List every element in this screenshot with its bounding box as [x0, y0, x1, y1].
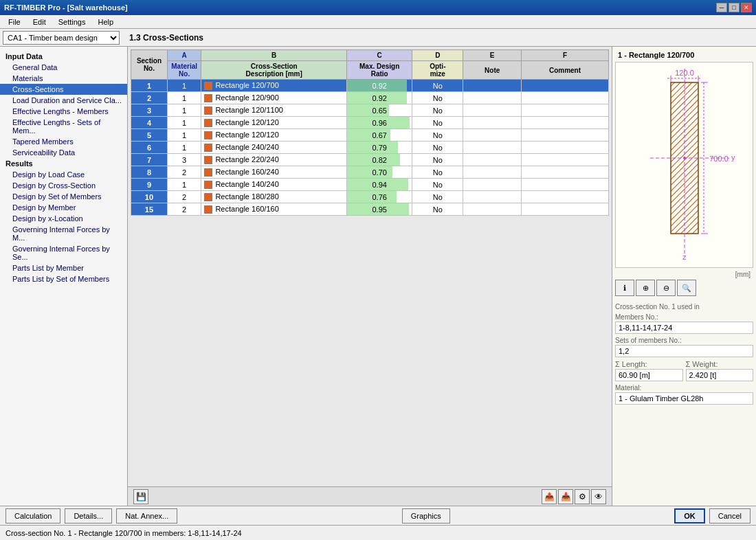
close-button[interactable]: ✕ — [741, 3, 752, 12]
table-row[interactable]: 61Rectangle 240/2400.79No — [131, 142, 609, 154]
ratio-cell: 0.92 — [347, 92, 412, 104]
table-row[interactable]: 31Rectangle 120/11000.65No — [131, 104, 609, 117]
sidebar-item-general-data[interactable]: General Data — [0, 62, 127, 73]
optimize-cell: No — [412, 154, 463, 166]
graphics-button[interactable]: Graphics — [402, 508, 450, 524]
table-row[interactable]: 91Rectangle 140/2400.94No — [131, 179, 609, 191]
menu-bar: File Edit Settings Help — [0, 15, 756, 29]
table-row[interactable]: 73Rectangle 220/2400.82No — [131, 154, 609, 166]
sidebar-item-design-member[interactable]: Design by Member — [0, 202, 127, 213]
description-cell: Rectangle 240/240 — [201, 142, 347, 154]
sidebar-item-cross-sections[interactable]: Cross-Sections — [0, 84, 127, 95]
col-header-d: D — [412, 50, 463, 61]
zoom-in-button[interactable]: ⊕ — [636, 280, 655, 296]
ratio-value: 0.94 — [372, 181, 386, 189]
grid-btn-config[interactable]: ⚙ — [575, 489, 590, 504]
window-title: RF-TIMBER Pro - [Salt warehouse] — [4, 3, 128, 12]
description-cell: Rectangle 140/240 — [201, 179, 347, 191]
zoom-out-button[interactable]: ⊖ — [656, 280, 676, 296]
sidebar-item-design-set-members[interactable]: Design by Set of Members — [0, 191, 127, 202]
sidebar-item-parts-list-member[interactable]: Parts List by Member — [0, 262, 127, 273]
grid-btn-view[interactable]: 👁 — [591, 489, 606, 504]
ratio-value: 0.92 — [372, 82, 386, 90]
length-weight-row: Σ Length: 60.90 [m] Σ Weight: 2.420 [t] — [615, 357, 753, 381]
grid-btn-export[interactable]: 📤 — [542, 489, 557, 504]
nat-annex-button[interactable]: Nat. Annex... — [116, 508, 177, 524]
menu-settings[interactable]: Settings — [53, 16, 91, 27]
table-row[interactable]: 11Rectangle 120/7000.92No — [131, 80, 609, 92]
sidebar-item-design-load-case[interactable]: Design by Load Case — [0, 169, 127, 180]
details-button[interactable]: Details... — [65, 508, 112, 524]
zoom-fit-button[interactable]: 🔍 — [677, 280, 696, 296]
menu-file[interactable]: File — [3, 16, 26, 27]
sidebar-item-effective-lengths-members[interactable]: Effective Lengths - Members — [0, 106, 127, 117]
comment-cell — [521, 166, 608, 179]
input-data-header: Input Data — [0, 49, 127, 62]
col-header-e: E — [463, 50, 522, 61]
ratio-value: 0.92 — [372, 94, 386, 102]
table-row[interactable]: 41Rectangle 120/1200.96No — [131, 117, 609, 129]
note-cell — [463, 117, 522, 129]
sidebar-item-serviceability[interactable]: Serviceability Data — [0, 147, 127, 158]
comment-cell — [521, 129, 608, 142]
sidebar-item-parts-list-set[interactable]: Parts List by Set of Members — [0, 273, 127, 284]
cross-sections-table: SectionNo. A B C D E F MaterialNo. Cross… — [131, 49, 609, 216]
table-row[interactable]: 152Rectangle 160/1600.95No — [131, 203, 609, 216]
section-svg: 120.0 700.0 y z — [630, 69, 740, 261]
color-indicator — [204, 168, 212, 177]
svg-text:z: z — [682, 253, 687, 261]
section-no-cell: 2 — [131, 92, 168, 104]
color-indicator — [204, 144, 212, 152]
minimize-button[interactable]: ─ — [716, 3, 727, 12]
optimize-cell: No — [412, 179, 463, 191]
ratio-cell: 0.79 — [347, 142, 412, 154]
svg-point-14 — [683, 157, 686, 159]
material-cell: 2 — [167, 166, 201, 179]
sidebar-item-design-cross-section[interactable]: Design by Cross-Section — [0, 180, 127, 191]
ratio-cell: 0.67 — [347, 129, 412, 142]
color-indicator — [204, 119, 212, 127]
table-row[interactable]: 82Rectangle 160/2400.70No — [131, 166, 609, 179]
ratio-value: 0.70 — [372, 168, 386, 177]
grid-btn-import[interactable]: 📥 — [558, 489, 573, 504]
section-no-cell: 10 — [131, 191, 168, 203]
material-cell: 1 — [167, 104, 201, 117]
sidebar-item-design-x-location[interactable]: Design by x-Location — [0, 213, 127, 224]
maximize-button[interactable]: □ — [729, 3, 740, 12]
material-value: 1 - Glulam Timber GL28h — [615, 392, 753, 405]
info-used-in: Cross-section No. 1 used in — [615, 303, 753, 311]
color-indicator — [204, 82, 212, 90]
material-cell: 1 — [167, 80, 201, 92]
sidebar-item-tapered-members[interactable]: Tapered Members — [0, 136, 127, 147]
info-button[interactable]: ℹ — [615, 280, 634, 296]
col-header-no: SectionNo. — [131, 50, 168, 80]
cancel-button[interactable]: Cancel — [709, 508, 751, 524]
note-cell — [463, 179, 522, 191]
menu-help[interactable]: Help — [92, 16, 119, 27]
material-cell: 2 — [167, 203, 201, 216]
table-row[interactable]: 102Rectangle 180/2800.76No — [131, 191, 609, 203]
col-subheader-e: Note — [463, 61, 522, 80]
sidebar-item-gov-internal-s[interactable]: Governing Internal Forces by Se... — [0, 243, 127, 262]
note-cell — [463, 203, 522, 216]
sidebar-item-gov-internal-m[interactable]: Governing Internal Forces by M... — [0, 224, 127, 243]
optimize-cell: No — [412, 92, 463, 104]
note-cell — [463, 191, 522, 203]
table-row[interactable]: 21Rectangle 120/9000.92No — [131, 92, 609, 104]
length-col: Σ Length: 60.90 [m] — [615, 357, 683, 381]
center-content: SectionNo. A B C D E F MaterialNo. Cross… — [128, 47, 612, 506]
material-label: Material: — [615, 384, 753, 392]
grid-btn-save[interactable]: 💾 — [133, 489, 148, 504]
section-no-cell: 5 — [131, 129, 168, 142]
sidebar-item-effective-lengths-sets[interactable]: Effective Lengths - Sets of Mem... — [0, 117, 127, 136]
optimize-cell: No — [412, 191, 463, 203]
sidebar-item-load-duration[interactable]: Load Duration and Service Cla... — [0, 95, 127, 106]
sidebar-item-materials[interactable]: Materials — [0, 73, 127, 84]
menu-edit[interactable]: Edit — [27, 16, 52, 27]
calculation-button[interactable]: Calculation — [5, 508, 60, 524]
case-dropdown[interactable]: CA1 - Timber beam design — [3, 31, 120, 45]
table-row[interactable]: 51Rectangle 120/1200.67No — [131, 129, 609, 142]
ok-button[interactable]: OK — [674, 508, 705, 524]
comment-cell — [521, 104, 608, 117]
optimize-cell: No — [412, 142, 463, 154]
